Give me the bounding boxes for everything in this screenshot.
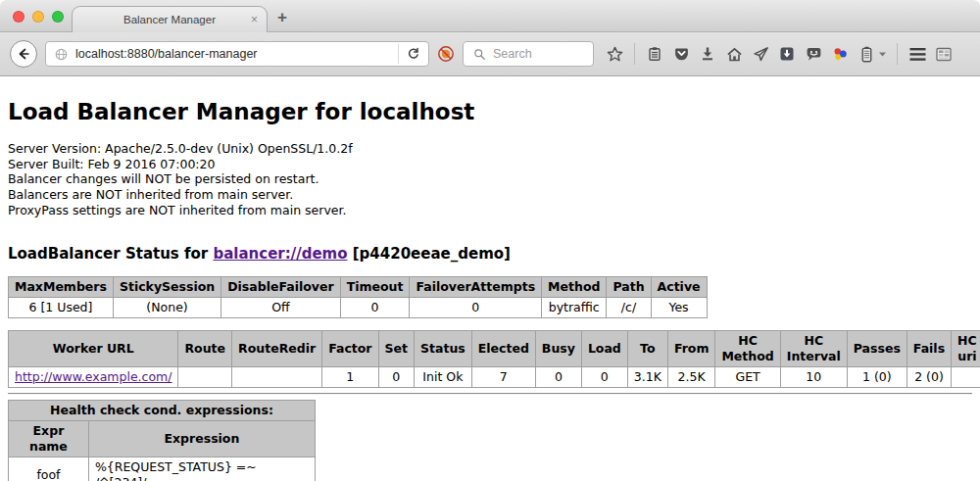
col-maxmembers: MaxMembers: [9, 276, 114, 297]
browser-window: Balancer Manager × +: [0, 0, 980, 481]
elected-value: 7: [471, 366, 535, 387]
col-factor: Factor: [322, 330, 378, 366]
home-icon[interactable]: [725, 45, 743, 63]
balancer-demo-link[interactable]: balancer://demo: [213, 245, 347, 263]
loadbalancer-status-heading: LoadBalancer Status for balancer://demo …: [8, 245, 972, 263]
busy-value: 0: [535, 366, 581, 387]
col-hc-uri: HC uri: [952, 330, 980, 366]
worker-header-row: Worker URL Route RouteRedir Factor Set S…: [9, 330, 980, 366]
col-to: To: [627, 330, 667, 366]
server-built-line: Server Built: Feb 9 2016 07:00:20: [8, 157, 972, 172]
toolbar-divider: [897, 43, 898, 65]
col-failoverattempts: FailoverAttempts: [410, 276, 542, 297]
col-busy: Busy: [535, 330, 581, 366]
health-title-row: Health check cond. expressions:: [9, 400, 316, 420]
chevron-down-icon: [878, 45, 886, 63]
col-set: Set: [378, 330, 414, 366]
browser-tab[interactable]: Balancer Manager ×: [72, 6, 268, 32]
expr-name-value: foof: [9, 457, 89, 481]
col-disablefailover: DisableFailover: [221, 276, 340, 297]
col-routeredir: RouteRedir: [232, 330, 322, 366]
failoverattempts-value: 0: [410, 297, 542, 317]
col-active: Active: [651, 276, 707, 297]
worker-url-link[interactable]: http://www.example.com/: [15, 369, 172, 384]
reading-list-icon[interactable]: [646, 45, 663, 63]
factor-value: 1: [322, 366, 378, 387]
disablefailover-value: Off: [221, 297, 340, 317]
col-from: From: [667, 330, 715, 366]
battery-icon: [858, 45, 875, 63]
video-download-icon[interactable]: [778, 45, 796, 63]
pocket-icon[interactable]: [672, 45, 690, 63]
balancer-header-row: MaxMembers StickySession DisableFailover…: [9, 276, 708, 297]
toolbar-divider: [634, 43, 635, 65]
col-passes: Passes: [847, 330, 906, 366]
method-value: bytraffic: [542, 297, 607, 317]
health-data-row: foof %{REQUEST_STATUS} =~ /^[234]/: [9, 457, 316, 481]
server-version-line: Server Version: Apache/2.5.0-dev (Unix) …: [8, 141, 972, 157]
back-arrow-icon: [16, 46, 31, 62]
expression-value: %{REQUEST_STATUS} =~ /^[234]/: [88, 457, 315, 481]
balancer-persist-note: Balancer changes will NOT be persisted o…: [8, 171, 972, 187]
toolbar-icons: [606, 43, 953, 65]
balancer-data-row: 6 [1 Used] (None) Off 0 0 bytraffic /c/ …: [9, 297, 708, 317]
worker-url-cell: http://www.example.com/: [9, 366, 178, 387]
battery-widget[interactable]: [858, 45, 886, 63]
minimize-window-icon[interactable]: [32, 11, 44, 23]
page-title: Load Balancer Manager for localhost: [8, 99, 972, 124]
zoom-window-icon[interactable]: [52, 11, 64, 23]
titlebar: Balancer Manager × +: [0, 0, 980, 32]
search-bar[interactable]: [463, 41, 594, 67]
col-hc-interval: HC Interval: [780, 330, 847, 366]
send-plane-icon[interactable]: [752, 45, 769, 63]
close-window-icon[interactable]: [13, 11, 24, 23]
search-icon: [470, 45, 488, 63]
col-method: Method: [542, 276, 607, 297]
download-icon[interactable]: [699, 45, 716, 63]
worker-data-row: http://www.example.com/ 1 0 Init Ok 7 0 …: [9, 366, 980, 387]
url-bar[interactable]: [45, 41, 429, 67]
window-controls: [13, 11, 64, 23]
col-status: Status: [415, 330, 472, 366]
menu-hamburger-icon[interactable]: [908, 45, 926, 63]
fails-value: 2 (0): [906, 366, 951, 387]
color-dots-icon[interactable]: [831, 45, 849, 63]
globe-icon: [52, 45, 70, 63]
tab-title: Balancer Manager: [123, 14, 216, 25]
reload-icon[interactable]: [405, 45, 422, 63]
new-tab-button[interactable]: +: [277, 8, 287, 27]
feedback-smiley-icon[interactable]: [805, 45, 822, 63]
col-timeout: Timeout: [340, 276, 410, 297]
worker-status-table: Worker URL Route RouteRedir Factor Set S…: [8, 330, 980, 388]
hc-method-value: GET: [715, 366, 780, 387]
col-elected: Elected: [471, 330, 535, 366]
col-load: Load: [581, 330, 627, 366]
tab-close-icon[interactable]: ×: [251, 13, 258, 26]
to-value: 3.1K: [627, 366, 667, 387]
bookmark-star-icon[interactable]: [606, 45, 623, 63]
back-button[interactable]: [10, 40, 37, 68]
col-worker-url: Worker URL: [9, 330, 178, 366]
proxypass-inherit-note: ProxyPass settings are NOT inherited fro…: [8, 203, 972, 218]
url-input[interactable]: [75, 47, 392, 61]
balancer-inherit-note: Balancers are NOT inherited from main se…: [8, 187, 972, 203]
timeout-value: 0: [340, 297, 410, 317]
health-check-table: Health check cond. expressions: Expr nam…: [8, 400, 316, 481]
health-table-title: Health check cond. expressions:: [9, 400, 316, 420]
navigation-toolbar: [0, 32, 980, 76]
blocked-plugin-icon[interactable]: [437, 45, 455, 63]
health-header-row: Expr name Expression: [9, 420, 316, 457]
col-hc-method: HC Method: [715, 330, 780, 366]
active-value: Yes: [651, 297, 707, 317]
col-path: Path: [607, 276, 651, 297]
stickysession-value: (None): [113, 297, 220, 317]
status-heading-suffix: [p4420eeae_demo]: [348, 245, 511, 263]
col-route: Route: [178, 330, 232, 366]
set-value: 0: [378, 366, 414, 387]
tab-tiles-icon[interactable]: [935, 45, 953, 63]
urlbar-divider: [398, 44, 399, 64]
section-divider: [8, 393, 972, 395]
search-input[interactable]: [493, 47, 581, 61]
server-info: Server Version: Apache/2.5.0-dev (Unix) …: [8, 141, 972, 218]
load-value: 0: [581, 366, 627, 387]
